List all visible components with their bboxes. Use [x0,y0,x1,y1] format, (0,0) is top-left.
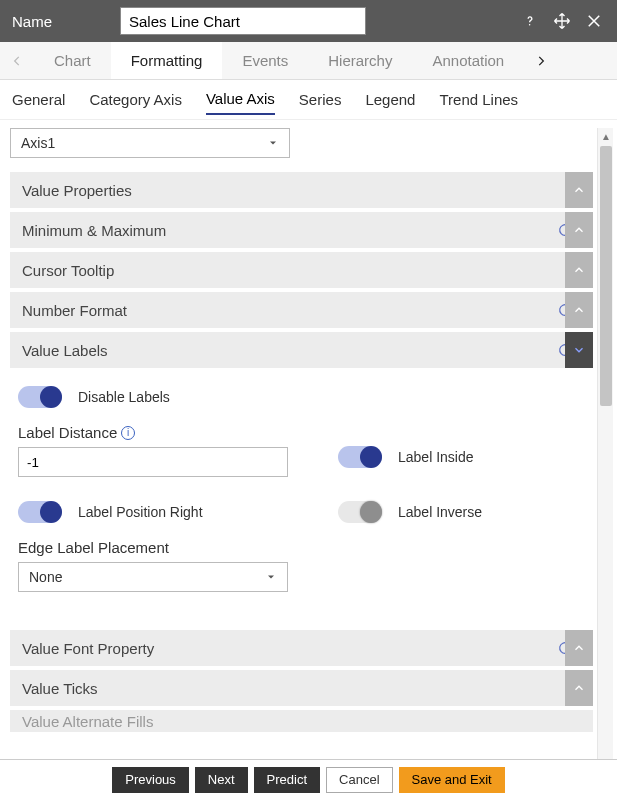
accordion-minimum-maximum[interactable]: Minimum & Maximum [10,212,593,248]
tab-formatting[interactable]: Formatting [111,42,223,79]
scroll-up-icon[interactable]: ▲ [598,128,614,144]
dialog-footer: Previous Next Predict Cancel Save and Ex… [0,759,617,799]
chevron-up-icon[interactable] [565,252,593,288]
disable-labels-label: Disable Labels [78,389,170,405]
subtab-legend[interactable]: Legend [365,85,415,114]
axis-select[interactable]: Axis1 [10,128,290,158]
subtab-general[interactable]: General [12,85,65,114]
label-inside-label: Label Inside [398,449,474,465]
svg-point-0 [529,24,531,26]
tab-scroll-left-icon[interactable] [0,42,34,79]
cancel-button[interactable]: Cancel [326,767,392,793]
chevron-down-icon[interactable] [565,332,593,368]
accordion-value-alternate-fills[interactable]: Value Alternate Fills [10,710,593,732]
chevron-up-icon[interactable] [565,292,593,328]
tab-hierarchy[interactable]: Hierarchy [308,42,412,79]
accordion-label: Value Font Property [22,640,154,657]
vertical-scrollbar[interactable]: ▲ [597,128,613,759]
chevron-up-icon[interactable] [565,670,593,706]
label-inverse-switch[interactable] [338,501,382,523]
name-label: Name [12,13,120,30]
accordion-cursor-tooltip[interactable]: Cursor Tooltip [10,252,593,288]
accordion-number-format[interactable]: Number Format [10,292,593,328]
chevron-down-icon [265,571,277,583]
chevron-up-icon[interactable] [565,212,593,248]
accordion-value-font-property[interactable]: Value Font Property [10,630,593,666]
label-distance-label: Label Distance [18,424,117,441]
subtab-trend-lines[interactable]: Trend Lines [439,85,518,114]
label-position-right-switch[interactable] [18,501,62,523]
subtab-category-axis[interactable]: Category Axis [89,85,182,114]
chevron-up-icon[interactable] [565,172,593,208]
axis-select-value: Axis1 [21,135,55,151]
chevron-down-icon [267,137,279,149]
primary-tabs: Chart Formatting Events Hierarchy Annota… [0,42,617,80]
content-area: Axis1 Value Properties Minimum & Maximum [10,128,593,759]
save-exit-button[interactable]: Save and Exit [399,767,505,793]
edge-label-placement-select[interactable]: None [18,562,288,592]
accordion-value-labels[interactable]: Value Labels [10,332,593,368]
accordion-label: Value Ticks [22,680,98,697]
tab-scroll-right-icon[interactable] [524,42,558,79]
sub-tabs: General Category Axis Value Axis Series … [0,80,617,120]
move-icon[interactable] [551,10,573,32]
accordion-label: Value Properties [22,182,132,199]
previous-button[interactable]: Previous [112,767,189,793]
edge-label-placement-value: None [29,569,62,585]
tab-events[interactable]: Events [222,42,308,79]
edge-label-placement-label: Edge Label Placement [18,539,169,556]
tab-annotation[interactable]: Annotation [412,42,524,79]
accordion-label: Minimum & Maximum [22,222,166,239]
accordion-label: Value Labels [22,342,108,359]
accordion-label: Number Format [22,302,127,319]
label-distance-input[interactable] [18,447,288,477]
value-labels-panel: Disable Labels Label Distance i [10,372,593,630]
disable-labels-switch[interactable] [18,386,62,408]
label-inverse-label: Label Inverse [398,504,482,520]
label-position-right-label: Label Position Right [78,504,203,520]
chevron-up-icon[interactable] [565,630,593,666]
close-icon[interactable] [583,10,605,32]
scroll-thumb[interactable] [600,146,612,406]
dialog-header: Name [0,0,617,42]
accordion-value-properties[interactable]: Value Properties [10,172,593,208]
help-icon[interactable] [519,10,541,32]
subtab-value-axis[interactable]: Value Axis [206,84,275,115]
accordion-label: Cursor Tooltip [22,262,114,279]
tab-chart[interactable]: Chart [34,42,111,79]
label-inside-switch[interactable] [338,446,382,468]
name-input[interactable] [120,7,366,35]
predict-button[interactable]: Predict [254,767,320,793]
info-icon[interactable]: i [121,426,135,440]
next-button[interactable]: Next [195,767,248,793]
accordion-value-ticks[interactable]: Value Ticks [10,670,593,706]
accordion-label: Value Alternate Fills [22,713,153,730]
subtab-series[interactable]: Series [299,85,342,114]
